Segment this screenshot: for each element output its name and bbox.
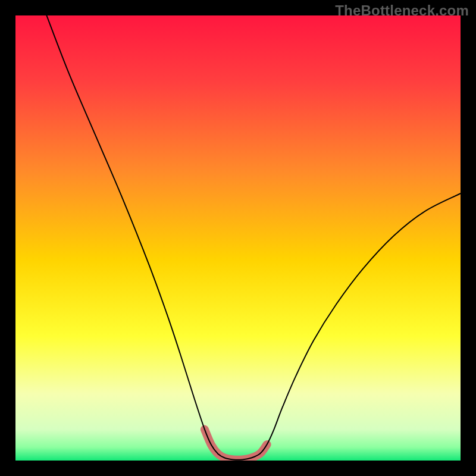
chart-frame: TheBottleneck.com [0, 0, 476, 476]
chart-background-gradient [15, 15, 461, 461]
chart-svg [15, 15, 461, 461]
watermark-text: TheBottleneck.com [335, 2, 469, 19]
chart-plot-area [15, 15, 461, 461]
